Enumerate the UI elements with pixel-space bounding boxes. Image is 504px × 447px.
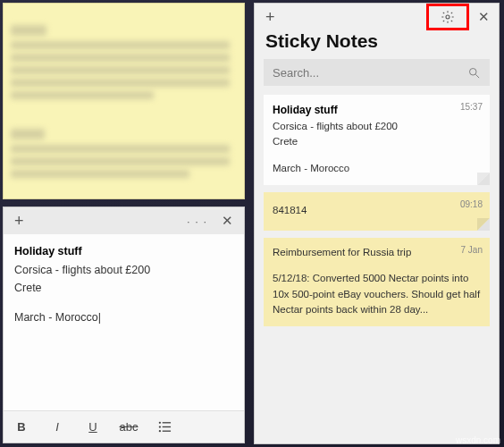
svg-point-4 xyxy=(158,430,160,432)
svg-rect-1 xyxy=(162,422,170,423)
svg-line-8 xyxy=(475,74,479,78)
note-card[interactable]: 09:18 841814 xyxy=(264,192,490,231)
note-card-line: March - Morocco xyxy=(273,161,481,176)
svg-point-2 xyxy=(158,426,160,427)
note-card[interactable]: 15:37 Holiday stuff Corsica - flights ab… xyxy=(264,95,490,185)
underline-button[interactable]: U xyxy=(75,411,111,443)
svg-rect-3 xyxy=(162,426,170,427)
svg-point-7 xyxy=(470,68,477,75)
note-line: Crete xyxy=(14,280,233,297)
note-line: Corsica - flights about £200 xyxy=(14,262,233,279)
note-card-line: 5/12/18: Converted 5000 Nectar points in… xyxy=(273,271,481,317)
note-body[interactable]: Holiday stuff Corsica - flights about £2… xyxy=(4,234,244,410)
note-card-title: Holiday stuff xyxy=(273,102,481,118)
svg-rect-5 xyxy=(162,431,170,432)
strikethrough-button[interactable]: abc xyxy=(111,411,147,443)
bullet-list-button[interactable] xyxy=(147,411,182,443)
sticky-notes-app: + ✕ Sticky Notes 15:37 Holiday stuff Cor… xyxy=(254,3,500,444)
note-card-line xyxy=(273,150,481,161)
note-card-line xyxy=(273,260,481,271)
app-title: Sticky Notes xyxy=(255,30,499,59)
note-card[interactable]: 7 Jan Reimbursement for Russia trip 5/12… xyxy=(264,238,490,326)
note-menu-button[interactable]: · · · xyxy=(181,215,213,228)
legacy-yellow-note xyxy=(3,3,245,199)
notes-list: 15:37 Holiday stuff Corsica - flights ab… xyxy=(255,95,499,443)
note-editor-window: + · · · ✕ Holiday stuff Corsica - flight… xyxy=(3,207,245,443)
italic-button[interactable]: I xyxy=(39,411,75,443)
add-note-button[interactable]: + xyxy=(260,8,281,27)
editor-topbar: + · · · ✕ xyxy=(4,207,244,234)
close-note-button[interactable]: ✕ xyxy=(216,213,239,229)
format-toolbar: B I U abc xyxy=(4,410,244,443)
close-app-button[interactable]: ✕ xyxy=(469,9,499,25)
note-card-line: 841814 xyxy=(273,199,481,222)
bold-button[interactable]: B xyxy=(4,411,39,443)
app-topbar: + ✕ xyxy=(255,4,499,30)
note-card-line: Crete xyxy=(273,134,481,149)
note-timestamp: 7 Jan xyxy=(461,243,483,257)
gear-icon xyxy=(441,10,455,24)
search-input[interactable] xyxy=(273,66,467,80)
svg-point-0 xyxy=(158,422,160,424)
note-card-line: Corsica - flights about £200 xyxy=(273,119,481,134)
settings-button[interactable] xyxy=(426,4,469,30)
new-note-button[interactable]: + xyxy=(9,212,29,231)
list-icon xyxy=(158,420,172,434)
note-card-line: Reimbursement for Russia trip xyxy=(273,245,481,260)
search-icon xyxy=(467,66,481,80)
note-timestamp: 09:18 xyxy=(460,198,483,211)
note-line: March - Morocco xyxy=(14,309,233,326)
search-box[interactable] xyxy=(264,59,490,86)
watermark: wsxdn.com xyxy=(456,435,500,445)
note-title: Holiday stuff xyxy=(14,243,233,260)
svg-point-6 xyxy=(446,15,449,19)
note-timestamp: 15:37 xyxy=(460,100,483,114)
